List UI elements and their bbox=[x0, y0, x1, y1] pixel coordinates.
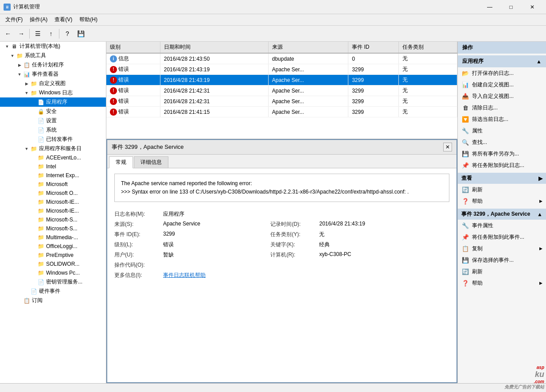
sidebar-item-windows-pc[interactable]: 📁 Windows Pc... bbox=[0, 268, 106, 277]
action-refresh[interactable]: 🔄 刷新 bbox=[458, 184, 546, 195]
sidebar-item-sys-tools[interactable]: ▼ 📁 系统工具 bbox=[0, 51, 106, 60]
sidebar-item-hardware[interactable]: 📄 硬件事件 bbox=[0, 287, 106, 296]
action-help-event[interactable]: ❓ 帮助 ▶ bbox=[458, 277, 546, 289]
action-find[interactable]: 🔍 查找... bbox=[458, 136, 546, 148]
col-eventid[interactable]: 事件 ID bbox=[348, 42, 399, 53]
event-source-cell: Apache Ser... bbox=[268, 85, 348, 96]
actions-app-header[interactable]: 应用程序 ▲ bbox=[458, 55, 546, 67]
actions-view-header[interactable]: 查看 ▶ bbox=[458, 173, 546, 184]
event-table-row[interactable]: ! 错误 2016/4/28 21:42:31 Apache Ser... 32… bbox=[106, 96, 457, 107]
close-button[interactable]: ✕ bbox=[522, 0, 542, 14]
menu-view[interactable]: 查看(V) bbox=[51, 15, 76, 24]
sidebar-item-subscriptions[interactable]: 📋 订阅 bbox=[0, 296, 106, 305]
action-copy[interactable]: 📋 复制 ▶ bbox=[458, 243, 546, 254]
help-event-icon: ❓ bbox=[461, 279, 469, 287]
event-viewer-icon: 📊 bbox=[23, 71, 30, 78]
action-attach-task[interactable]: 📌 将任务附加到此日志... bbox=[458, 159, 546, 171]
sidebar-item-microsoft-s1[interactable]: 📁 Microsoft-S... bbox=[0, 215, 106, 224]
menu-file[interactable]: 文件(F) bbox=[2, 15, 26, 24]
action-attach-task-event[interactable]: 📌 将任务附加到此事件... bbox=[458, 231, 546, 243]
event-detail-dialog: 事件 3299，Apache Service ✕ 常规 详细信息 The Apa… bbox=[106, 139, 457, 383]
sidebar-item-microsoft-ie1[interactable]: 📁 Microsoft-IE... bbox=[0, 198, 106, 206]
event-table-row[interactable]: i 信息 2016/4/28 21:43:50 dbupdate 0 无 bbox=[106, 53, 457, 64]
menu-action[interactable]: 操作(A) bbox=[26, 15, 51, 24]
event-detail-close-button[interactable]: ✕ bbox=[443, 143, 452, 151]
toolbar-help[interactable]: ? bbox=[61, 27, 74, 40]
actions-main-header[interactable]: 操作 bbox=[458, 42, 546, 54]
toolbar-back[interactable]: ← bbox=[2, 27, 14, 40]
sidebar-item-intel[interactable]: 📁 Intel bbox=[0, 162, 106, 171]
meta-label-level: 级别(L): bbox=[114, 240, 163, 250]
toolbar-forward[interactable]: → bbox=[15, 27, 27, 40]
sidebar-item-solidworks[interactable]: 📁 SOLIDWOR... bbox=[0, 260, 106, 268]
tab-detail[interactable]: 详细信息 bbox=[134, 156, 168, 168]
toolbar-up[interactable]: ↑ bbox=[45, 27, 57, 40]
sidebar-item-key-mgmt[interactable]: 📄 密钥管理服务... bbox=[0, 277, 106, 287]
computer-icon: 🖥 bbox=[11, 43, 18, 50]
ms-icon: 📁 bbox=[37, 181, 44, 188]
actions-event-header[interactable]: 事件 3299，Apache Service ▲ bbox=[458, 209, 546, 220]
sidebar-item-task-scheduler[interactable]: ▶ 📋 任务计划程序 bbox=[0, 60, 106, 70]
sidebar-item-forwarded[interactable]: 📄 已转发事件 bbox=[0, 135, 106, 144]
sidebar: ▼ 🖥 计算机管理(本地) ▼ 📁 系统工具 ▶ 📋 任务计划程序 ▼ 📊 事件… bbox=[0, 42, 106, 383]
minimize-button[interactable]: — bbox=[480, 0, 500, 14]
app-services-expander: ▼ bbox=[23, 147, 30, 151]
attach-task-event-icon: 📌 bbox=[461, 233, 469, 241]
col-category[interactable]: 任务类别 bbox=[399, 42, 457, 53]
sidebar-item-event-viewer[interactable]: ▼ 📊 事件查看器 bbox=[0, 70, 106, 79]
action-event-properties[interactable]: 🔧 事件属性 bbox=[458, 220, 546, 231]
action-save-selected[interactable]: 💾 保存选择的事件... bbox=[458, 254, 546, 266]
sidebar-item-system[interactable]: 📄 系统 bbox=[0, 125, 106, 135]
open-log-icon: 📂 bbox=[461, 69, 469, 77]
sidebar-item-internet-exp[interactable]: 📁 Internet Exp... bbox=[0, 171, 106, 180]
sidebar-item-preemptive[interactable]: 📁 PreEmptive bbox=[0, 251, 106, 260]
event-table-row[interactable]: ! 错误 2016/4/28 21:42:31 Apache Ser... 32… bbox=[106, 85, 457, 96]
action-clear-log[interactable]: 🗑 清除日志... bbox=[458, 102, 546, 113]
action-refresh-event[interactable]: 🔄 刷新 bbox=[458, 266, 546, 277]
event-type-icon: ! bbox=[110, 109, 117, 116]
sidebar-item-setup[interactable]: 📄 设置 bbox=[0, 116, 106, 125]
sidebar-item-officelogging[interactable]: 📁 OfficeLoggi... bbox=[0, 242, 106, 251]
sidebar-item-security[interactable]: 🔒 安全 bbox=[0, 107, 106, 116]
sidebar-item-microsoft-ie2[interactable]: 📁 Microsoft-IE... bbox=[0, 206, 106, 215]
action-filter-log[interactable]: 🔽 筛选当前日志... bbox=[458, 113, 546, 125]
sys-tools-label: 系统工具 bbox=[25, 52, 46, 59]
col-source[interactable]: 来源 bbox=[268, 42, 348, 53]
event-category-cell: 无 bbox=[399, 96, 457, 107]
action-filter-log-label: 筛选当前日志... bbox=[472, 116, 508, 123]
action-properties[interactable]: 🔧 属性 bbox=[458, 125, 546, 136]
maximize-button[interactable]: □ bbox=[501, 0, 521, 14]
event-help-link[interactable]: 事件日志联机帮助 bbox=[163, 272, 206, 278]
setup-icon: 📄 bbox=[37, 117, 44, 124]
action-help[interactable]: ❓ 帮助 ▶ bbox=[458, 195, 546, 207]
toolbar-export[interactable]: 💾 bbox=[74, 27, 87, 40]
sidebar-item-app-log[interactable]: 📄 应用程序 bbox=[0, 97, 106, 107]
menu-help[interactable]: 帮助(H) bbox=[76, 15, 101, 24]
sidebar-root[interactable]: ▼ 🖥 计算机管理(本地) bbox=[0, 42, 106, 51]
action-import-custom-view[interactable]: 📥 导入自定义视图... bbox=[458, 90, 546, 102]
action-open-saved-log[interactable]: 📂 打开保存的日志... bbox=[458, 67, 546, 79]
ace-label: ACEEventLo... bbox=[46, 155, 81, 161]
error-box: The Apache service named reported the fo… bbox=[114, 174, 449, 202]
help-event-arrow: ▶ bbox=[539, 281, 542, 285]
action-save-all[interactable]: 💾 将所有事件另存为... bbox=[458, 148, 546, 159]
sidebar-item-multimedia[interactable]: 📁 Multimedia-... bbox=[0, 233, 106, 242]
action-create-custom-view[interactable]: 📊 创建自定义视图... bbox=[458, 79, 546, 90]
event-table-row[interactable]: ! 错误 2016/4/28 21:43:19 Apache Ser... 32… bbox=[106, 75, 457, 85]
sidebar-item-custom-view[interactable]: ▶ 📁 自定义视图 bbox=[0, 79, 106, 88]
sidebar-item-microsoft[interactable]: 📁 Microsoft bbox=[0, 180, 106, 189]
meta-row-moreinfo: 更多信息(I): 事件日志联机帮助 bbox=[114, 270, 449, 280]
sidebar-item-microsoft-o[interactable]: 📁 Microsoft O... bbox=[0, 189, 106, 198]
col-datetime[interactable]: 日期和时间 bbox=[160, 42, 268, 53]
meta-row-opcode: 操作代码(O): bbox=[114, 260, 449, 270]
toolbar-show-hide[interactable]: ☰ bbox=[31, 27, 44, 40]
sidebar-item-windows-logs[interactable]: ▼ 📁 Windows 日志 bbox=[0, 88, 106, 97]
event-table-row[interactable]: ! 错误 2016/4/28 21:43:19 Apache Ser... 32… bbox=[106, 64, 457, 75]
sidebar-item-microsoft-s2[interactable]: 📁 Microsoft-S... bbox=[0, 224, 106, 233]
sidebar-item-ace[interactable]: 📁 ACEEventLo... bbox=[0, 153, 106, 162]
clear-log-icon: 🗑 bbox=[461, 104, 469, 112]
event-table-row[interactable]: ! 错误 2016/4/28 21:41:15 Apache Ser... 32… bbox=[106, 107, 457, 117]
tab-general[interactable]: 常规 bbox=[109, 156, 133, 168]
sidebar-item-app-services[interactable]: ▼ 📁 应用程序和服务日 bbox=[0, 144, 106, 153]
col-level[interactable]: 级别 bbox=[106, 42, 160, 53]
